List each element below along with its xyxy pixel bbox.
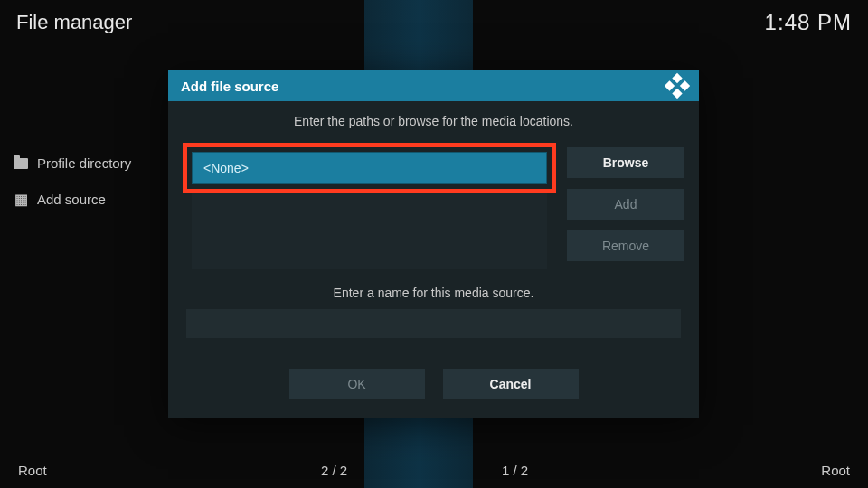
add-source-icon: ▦ <box>14 193 28 206</box>
folder-icon <box>14 158 28 169</box>
footer-bar: Root 2 / 2 1 / 2 Root <box>0 452 868 488</box>
footer-right-count: 1 / 2 <box>502 463 528 478</box>
path-input[interactable]: <None> <box>192 152 547 184</box>
kodi-logo-icon <box>665 73 690 99</box>
footer-left-count: 2 / 2 <box>321 463 347 478</box>
dialog-title: Add file source <box>181 79 278 94</box>
remove-button[interactable]: Remove <box>567 230 684 261</box>
add-button[interactable]: Add <box>567 189 684 220</box>
footer-right-label: Root <box>821 463 850 478</box>
path-input-value: <None> <box>203 161 249 175</box>
add-file-source-dialog: Add file source Enter the paths or brows… <box>168 70 699 418</box>
path-input-highlight: <None> <box>183 143 556 193</box>
clock: 1:48 PM <box>765 10 852 35</box>
sidebar-item-label: Add source <box>37 192 106 207</box>
paths-instruction-text: Enter the paths or browse for the media … <box>183 114 684 128</box>
dialog-titlebar: Add file source <box>168 70 699 101</box>
sidebar-item-add-source[interactable]: ▦ Add source <box>14 192 106 207</box>
sidebar-item-label: Profile directory <box>37 155 131 171</box>
path-list-area[interactable] <box>192 193 547 269</box>
cancel-button[interactable]: Cancel <box>443 369 579 399</box>
source-name-input[interactable] <box>186 309 681 338</box>
browse-button[interactable]: Browse <box>567 147 684 178</box>
ok-button[interactable]: OK <box>289 369 425 399</box>
name-instruction-text: Enter a name for this media source. <box>183 286 684 300</box>
page-title: File manager <box>16 11 132 34</box>
sidebar-item-profile-directory[interactable]: Profile directory <box>14 155 131 171</box>
header-bar: File manager 1:48 PM <box>0 0 868 45</box>
footer-left-label: Root <box>18 463 47 478</box>
